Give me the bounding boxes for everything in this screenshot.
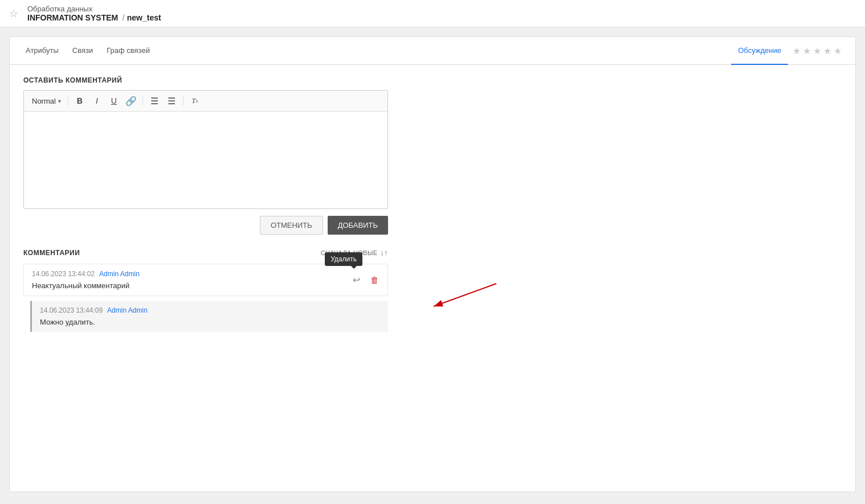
toolbar-divider-3 <box>183 96 183 105</box>
tab-attributes[interactable]: Атрибуты <box>19 37 66 65</box>
format-selector[interactable]: Normal ▾ <box>30 96 63 106</box>
comment-text-2: Можно удалить. <box>40 318 380 326</box>
comment-action-buttons: ОТМЕНИТЬ ДОБАВИТЬ <box>23 216 388 235</box>
comment-meta-1: 14.06.2023 13:44:02 Admin Admin <box>32 270 380 278</box>
comment-time-1: 14.06.2023 13:44:02 <box>32 270 95 278</box>
sort-icon: ↓↑ <box>380 248 388 257</box>
ordered-list-button[interactable]: ☰ <box>148 94 161 108</box>
underline-button[interactable]: U <box>107 94 121 108</box>
leave-comment-label: ОСТАВИТЬ КОММЕНТАРИЙ <box>23 76 842 84</box>
cancel-button[interactable]: ОТМЕНИТЬ <box>260 216 323 235</box>
star-5[interactable]: ★ <box>834 46 842 56</box>
delete-action-wrapper: Удалить ↩ <box>349 273 364 288</box>
reply-button-1[interactable]: ↩ <box>349 273 364 288</box>
comment-meta-2: 14.06.2023 13:44:09 Admin Admin <box>40 306 380 314</box>
unordered-list-button[interactable]: ☰ <box>165 94 178 108</box>
bold-button[interactable]: B <box>73 94 87 108</box>
star-4[interactable]: ★ <box>823 46 831 56</box>
comment-actions-1: Удалить ↩ 🗑 <box>349 273 382 288</box>
comment-author-2: Admin Admin <box>107 306 148 314</box>
comment-editor-body[interactable] <box>24 112 387 208</box>
star-2[interactable]: ★ <box>803 46 811 56</box>
comment-item-2: 14.06.2023 13:44:09 Admin Admin Можно уд… <box>30 301 388 332</box>
comment-editor-box: Normal ▾ B I U 🔗 ☰ ☰ Tx <box>23 90 388 209</box>
editor-toolbar: Normal ▾ B I U 🔗 ☰ ☰ Tx <box>24 91 387 112</box>
arrow-svg <box>422 278 525 323</box>
toolbar-divider-1 <box>68 96 68 105</box>
comment-author-1: Admin Admin <box>99 270 140 278</box>
comment-item-1: 14.06.2023 13:44:02 Admin Admin Неактуал… <box>23 264 388 296</box>
star-3[interactable]: ★ <box>813 46 821 56</box>
add-button[interactable]: ДОБАВИТЬ <box>328 216 388 235</box>
toolbar-divider-2 <box>142 96 143 105</box>
top-bar: ☆ Обработка данных INFORMATION SYSTEM /n… <box>0 0 865 27</box>
delete-button-1[interactable]: 🗑 <box>367 273 382 288</box>
comments-section: КОММЕНТАРИИ СНАЧАЛА НОВЫЕ ↓↑ 14.06.2023 … <box>23 248 388 332</box>
tab-discussion[interactable]: Обсуждение <box>731 37 788 65</box>
tabs-row: Атрибуты Связи Граф связей Обсуждение ★ … <box>10 37 855 65</box>
clear-format-button[interactable]: Tx <box>188 94 202 108</box>
content-area: ОСТАВИТЬ КОММЕНТАРИЙ Normal ▾ B I U 🔗 ☰ … <box>10 65 855 348</box>
tab-graph[interactable]: Граф связей <box>100 37 157 65</box>
comments-title: КОММЕНТАРИИ <box>23 249 80 257</box>
favorite-star-icon[interactable]: ☆ <box>9 7 22 20</box>
svg-line-1 <box>434 284 496 306</box>
link-button[interactable]: 🔗 <box>124 94 138 108</box>
delete-tooltip: Удалить <box>325 252 362 266</box>
italic-button[interactable]: I <box>90 94 104 108</box>
tab-relations[interactable]: Связи <box>66 37 100 65</box>
comment-time-2: 14.06.2023 13:44:09 <box>40 306 103 314</box>
comment-text-1: Неактуальный комментарий <box>32 281 380 290</box>
breadcrumb: Обработка данных INFORMATION SYSTEM /new… <box>27 5 161 22</box>
main-panel: Атрибуты Связи Граф связей Обсуждение ★ … <box>9 36 856 492</box>
chevron-down-icon: ▾ <box>58 98 61 104</box>
star-1[interactable]: ★ <box>793 46 801 56</box>
rating-stars: ★ ★ ★ ★ ★ <box>788 46 846 56</box>
